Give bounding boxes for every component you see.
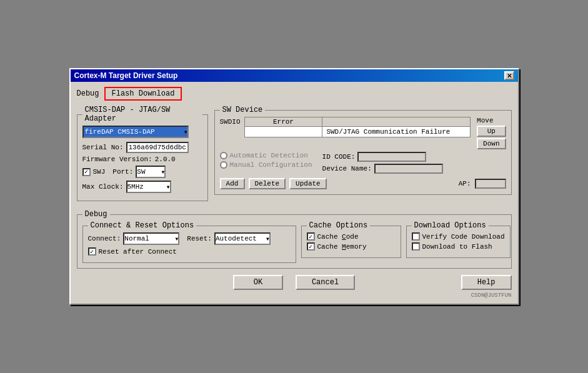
debug-fieldset: Debug Connect & Reset Options Connect: N… xyxy=(77,210,512,269)
connect-reset-fieldset: Connect & Reset Options Connect: Normal … xyxy=(82,221,296,263)
down-button[interactable]: Down xyxy=(477,138,506,149)
swj-checkbox[interactable]: ✓ xyxy=(82,168,91,176)
update-button[interactable]: Update xyxy=(289,178,327,189)
adapter-dropdown-wrapper[interactable]: fireDAP CMSIS-DAP ▼ xyxy=(82,126,189,138)
manual-config-radio[interactable] xyxy=(220,161,227,169)
add-button[interactable]: Add xyxy=(220,178,245,189)
debug-fieldset-legend: Debug xyxy=(82,210,110,219)
main-window: Cortex-M Target Driver Setup ✕ Debug Fla… xyxy=(69,68,519,305)
download-options-section: Download Options Verify Code Download Do… xyxy=(406,221,506,263)
firmware-label: Firmware Version: xyxy=(82,156,152,163)
ok-button[interactable]: OK xyxy=(233,275,283,290)
adapter-dropdown[interactable]: fireDAP CMSIS-DAP xyxy=(82,126,189,138)
download-options-legend: Download Options xyxy=(412,221,489,230)
cache-memory-label: Cache Memory xyxy=(317,243,367,251)
max-clock-label: Max Clock: xyxy=(82,183,124,191)
verify-code-label: Verify Code Download xyxy=(422,233,505,241)
window-title: Cortex-M Target Driver Setup xyxy=(74,71,178,80)
adapter-fieldset: CMSIS-DAP - JTAG/SW Adapter fireDAP CMSI… xyxy=(77,106,208,201)
connect-select[interactable]: Normal with Pre-reset under Reset xyxy=(123,232,179,245)
sw-device-fieldset: SW Device SWDIO Error xyxy=(214,106,512,195)
reset-select[interactable]: Autodetect Software Hardware xyxy=(214,232,271,245)
watermark: CSDN@JUSTFUN xyxy=(77,292,512,299)
reset-label: Reset: xyxy=(187,235,212,242)
up-button[interactable]: Up xyxy=(477,126,506,137)
connect-reset-section: Connect & Reset Options Connect: Normal … xyxy=(82,221,296,263)
device-name-input[interactable] xyxy=(374,164,443,174)
debug-section: Debug Connect & Reset Options Connect: N… xyxy=(77,210,512,269)
firmware-value: 2.0.0 xyxy=(155,156,176,163)
download-to-flash-label: Download to Flash xyxy=(422,243,492,251)
table-row-col2: SWD/JTAG Communication Failure xyxy=(322,127,470,137)
table-header-col2 xyxy=(322,117,470,126)
reset-after-connect-label: Reset after Connect xyxy=(99,248,177,256)
max-clock-select[interactable]: 5MHz 10MHz 1MHz xyxy=(126,181,171,193)
connect-label: Connect: xyxy=(88,235,121,242)
move-label: Move xyxy=(477,117,506,124)
cache-code-label: Cache Code xyxy=(317,233,359,241)
download-to-flash-checkbox[interactable] xyxy=(412,242,420,251)
cache-options-legend: Cache Options xyxy=(307,221,371,230)
reset-after-connect-checkbox[interactable]: ✓ xyxy=(88,247,96,256)
left-panel: CMSIS-DAP - JTAG/SW Adapter fireDAP CMSI… xyxy=(77,106,208,205)
auto-detect-label: Automatic Detection xyxy=(230,152,308,159)
serial-label: Serial No: xyxy=(82,144,124,151)
ap-input[interactable] xyxy=(475,179,506,189)
max-clock-select-wrapper[interactable]: 5MHz 10MHz 1MHz ▼ xyxy=(126,181,171,193)
auto-detect-radio[interactable] xyxy=(220,152,227,159)
download-options-fieldset: Download Options Verify Code Download Do… xyxy=(406,221,511,258)
help-button[interactable]: Help xyxy=(461,275,512,290)
title-bar: Cortex-M Target Driver Setup ✕ xyxy=(71,69,518,82)
move-buttons: Move Up Down xyxy=(477,117,506,149)
port-label: Port: xyxy=(112,168,133,176)
adapter-legend: CMSIS-DAP - JTAG/SW Adapter xyxy=(82,106,202,123)
swdio-label: SWDIO xyxy=(220,118,241,126)
connect-select-wrapper[interactable]: Normal with Pre-reset under Reset ▼ xyxy=(123,232,179,245)
ap-label: AP: xyxy=(459,180,471,187)
delete-button[interactable]: Delete xyxy=(249,178,286,189)
sw-device-table: Error SWD/JTAG Communication Failure xyxy=(244,117,471,137)
cache-code-checkbox[interactable]: ✓ xyxy=(307,232,315,241)
cancel-button[interactable]: Cancel xyxy=(296,275,355,290)
flash-download-tab[interactable]: Flash Download xyxy=(104,87,182,101)
table-row-col1 xyxy=(245,127,323,137)
port-select[interactable]: SW JTAG xyxy=(136,166,166,178)
table-header-error: Error xyxy=(245,117,323,126)
id-code-input[interactable] xyxy=(357,152,426,162)
verify-code-checkbox[interactable] xyxy=(412,232,420,241)
swj-label: SWJ xyxy=(93,168,106,176)
cache-memory-checkbox[interactable]: ✓ xyxy=(307,242,315,251)
serial-input[interactable] xyxy=(126,142,189,153)
id-code-label: ID CODE: xyxy=(322,153,356,161)
reset-select-wrapper[interactable]: Autodetect Software Hardware ▼ xyxy=(214,232,271,245)
cache-options-section: Cache Options ✓ Cache Code ✓ Cache Memor… xyxy=(301,221,401,263)
device-name-label: Device Name: xyxy=(322,165,372,172)
port-select-wrapper[interactable]: SW JTAG ▼ xyxy=(136,166,166,178)
connect-reset-legend: Connect & Reset Options xyxy=(88,221,197,230)
debug-label: Debug xyxy=(77,89,99,98)
right-panel: SW Device SWDIO Error xyxy=(214,106,512,205)
close-button[interactable]: ✕ xyxy=(504,71,514,80)
sw-device-legend: SW Device xyxy=(220,106,266,114)
manual-config-label: Manual Configuration xyxy=(230,161,312,169)
cache-options-fieldset: Cache Options ✓ Cache Code ✓ Cache Memor… xyxy=(301,221,401,258)
